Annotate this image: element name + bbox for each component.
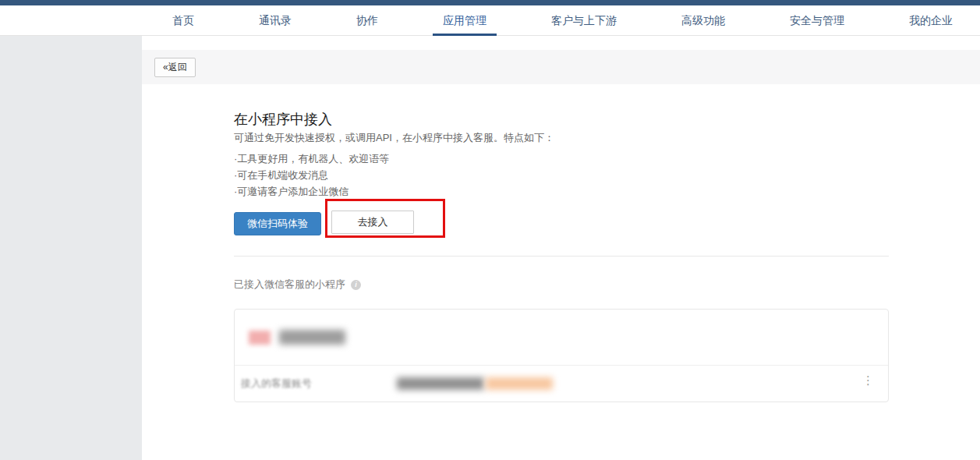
connected-account-label: 接入的客服账号 — [241, 377, 312, 391]
section-divider — [234, 256, 889, 257]
page-description: 可通过免开发快速授权，或调用API，在小程序中接入客服。特点如下： — [234, 131, 554, 145]
feature-item: ·可邀请客户添加企业微信 — [234, 183, 389, 200]
main-navigation: 首页 通讯录 协作 应用管理 客户与上下游 高级功能 安全与管理 我的企业 — [0, 5, 980, 36]
nav-tab-home[interactable]: 首页 — [162, 5, 204, 36]
wecom-admin-page: 首页 通讯录 协作 应用管理 客户与上下游 高级功能 安全与管理 我的企业 «返… — [0, 0, 980, 460]
feature-list: ·工具更好用，有机器人、欢迎语等 ·可在手机端收发消息 ·可邀请客户添加企业微信 — [234, 150, 389, 200]
back-button[interactable]: «返回 — [154, 58, 196, 77]
info-icon[interactable]: i — [351, 280, 361, 290]
go-connect-button[interactable]: 去接入 — [331, 211, 414, 234]
connected-section-title: 已接入微信客服的小程序 — [234, 278, 345, 292]
page-title: 在小程序中接入 — [234, 110, 332, 129]
redacted-miniprogram-icon — [249, 331, 271, 345]
redacted-account-info — [397, 377, 484, 390]
feature-item: ·工具更好用，有机器人、欢迎语等 — [234, 150, 389, 167]
redacted-account-extra — [486, 377, 553, 390]
nav-tab-customers-upstream[interactable]: 客户与上下游 — [541, 5, 627, 36]
nav-items: 首页 通讯录 协作 应用管理 客户与上下游 高级功能 安全与管理 我的企业 — [162, 5, 963, 36]
nav-tab-app-management[interactable]: 应用管理 — [433, 5, 497, 36]
back-toolbar: «返回 — [142, 50, 980, 84]
content-panel: «返回 在小程序中接入 可通过免开发快速授权，或调用API，在小程序中接入客服。… — [142, 36, 980, 460]
wechat-scan-experience-button[interactable]: 微信扫码体验 — [234, 212, 321, 235]
nav-tab-my-enterprise[interactable]: 我的企业 — [899, 5, 963, 36]
miniprogram-row — [235, 310, 888, 365]
connected-miniprogram-card: 接入的客服账号 ⋮ — [234, 309, 889, 402]
top-window-bar — [0, 0, 980, 5]
nav-tab-contacts[interactable]: 通讯录 — [249, 5, 302, 36]
card-divider — [235, 365, 888, 366]
redacted-miniprogram-name — [279, 330, 345, 345]
feature-item: ·可在手机端收发消息 — [234, 167, 389, 183]
nav-tab-collaboration[interactable]: 协作 — [346, 5, 388, 36]
nav-tab-security-management[interactable]: 安全与管理 — [780, 5, 854, 36]
left-gutter — [0, 36, 142, 460]
connected-section-header: 已接入微信客服的小程序 i — [234, 278, 361, 292]
nav-tab-advanced-features[interactable]: 高级功能 — [671, 5, 735, 36]
more-actions-button[interactable]: ⋮ — [862, 372, 874, 388]
